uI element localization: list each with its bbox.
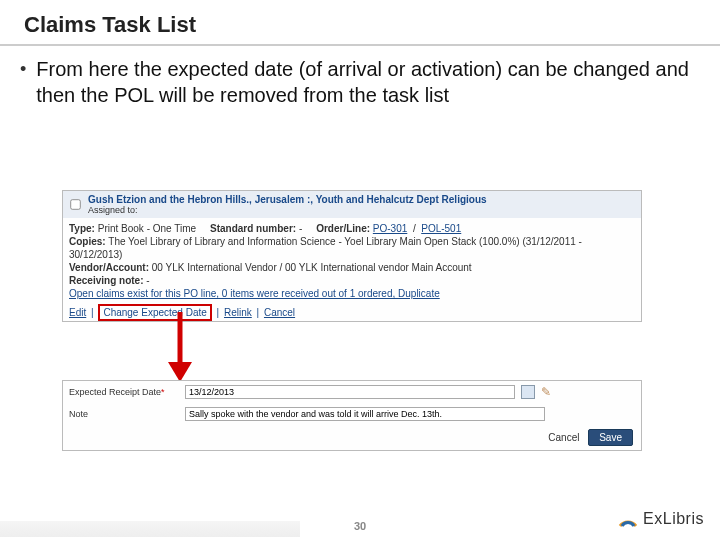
footer-accent <box>0 521 300 537</box>
pol-link[interactable]: POL-501 <box>421 223 461 234</box>
orderline-label: Order/Line: <box>316 223 370 234</box>
vendor-value: 00 YLK International Vendor / 00 YLK Int… <box>152 262 472 273</box>
page-number: 30 <box>354 520 366 532</box>
po-link[interactable]: PO-301 <box>373 223 407 234</box>
note-label: Note <box>69 409 179 419</box>
title-rule <box>0 44 720 46</box>
required-star: * <box>161 387 165 397</box>
cancel-link[interactable]: Cancel <box>264 307 295 318</box>
task-list-panel: Gush Etzion and the Hebron Hills., Jerus… <box>62 190 642 322</box>
svg-marker-1 <box>168 362 192 382</box>
sep: | <box>91 307 96 318</box>
vendor-label: Vendor/Account: <box>69 262 149 273</box>
expected-date-label: Expected Receipt Date <box>69 387 161 397</box>
receiving-note-label: Receiving note: <box>69 275 143 286</box>
copies-label: Copies: <box>69 236 106 247</box>
slide-title: Claims Task List <box>0 0 720 44</box>
sep: | <box>257 307 262 318</box>
warning-text: Open claims exist for this PO line, 0 it… <box>69 287 635 300</box>
standard-number-value: - <box>299 223 302 234</box>
type-value: Print Book - One Time <box>98 223 196 234</box>
receiving-note-value: - <box>146 275 149 286</box>
form-cancel-button[interactable]: Cancel <box>548 432 579 443</box>
exlibris-logo: ExLibris <box>617 508 704 530</box>
copies-value: The Yoel Library of Library and Informat… <box>69 236 582 260</box>
slash: / <box>413 223 416 234</box>
row-checkbox[interactable] <box>70 199 80 209</box>
task-body: Type: Print Book - One Time Standard num… <box>63 218 641 304</box>
task-title: Gush Etzion and the Hebron Hills., Jerus… <box>88 194 487 205</box>
standard-number-label: Standard number: <box>210 223 296 234</box>
bullet-text: From here the expected date (of arrival … <box>36 56 696 108</box>
red-arrow <box>150 312 210 384</box>
note-input[interactable] <box>185 407 545 421</box>
expected-date-input[interactable] <box>185 385 515 399</box>
bullet-item: • From here the expected date (of arriva… <box>0 56 720 114</box>
logo-text: ExLibris <box>643 510 704 528</box>
calendar-icon[interactable] <box>521 385 535 399</box>
clear-icon[interactable]: ✎ <box>541 385 551 399</box>
form-save-button[interactable]: Save <box>588 429 633 446</box>
expected-date-form: Expected Receipt Date* ✎ Note Cancel Sav… <box>62 380 642 451</box>
relink-link[interactable]: Relink <box>224 307 252 318</box>
bullet-marker: • <box>20 56 26 108</box>
type-label: Type: <box>69 223 95 234</box>
sep: | <box>217 307 222 318</box>
task-header: Gush Etzion and the Hebron Hills., Jerus… <box>63 191 641 218</box>
edit-link[interactable]: Edit <box>69 307 86 318</box>
assigned-to-label: Assigned to: <box>88 205 487 215</box>
logo-icon <box>617 508 639 530</box>
